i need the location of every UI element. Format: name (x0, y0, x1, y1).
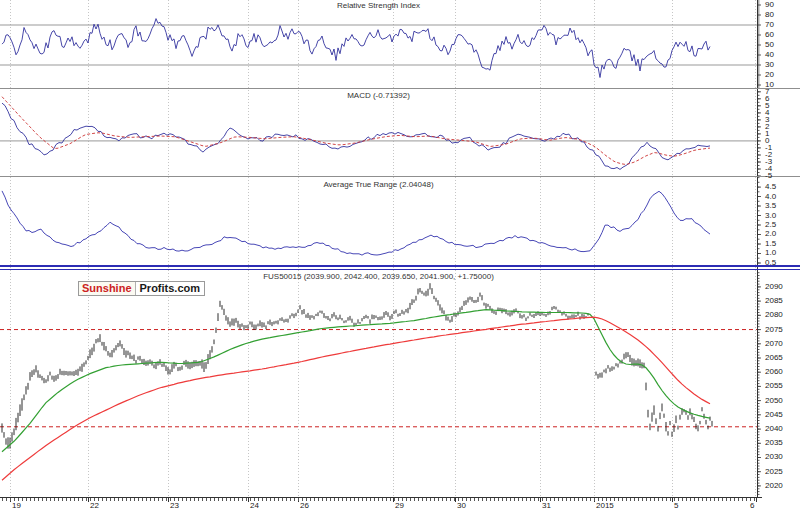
x-tick-label: 2015 (596, 502, 614, 510)
price-panel-title: FUS50015 (2039.900, 2042.400, 2039.650, … (0, 272, 757, 281)
y-tick-label: 4.0 (765, 193, 776, 201)
y-tick-label: 40 (765, 51, 774, 59)
y-tick-label: 2085 (765, 297, 783, 305)
y-tick-label: 2045 (765, 411, 783, 419)
y-tick-label: 2050 (765, 397, 783, 405)
x-tick-label: 26 (300, 502, 309, 510)
y-tick-label: 30 (765, 61, 774, 69)
y-tick-label: 2030 (765, 453, 783, 461)
y-tick-label: 1.5 (765, 240, 776, 248)
y-tick-label: 2065 (765, 354, 783, 362)
x-tick-label: 30 (457, 502, 466, 510)
panel-separator (0, 176, 800, 177)
x-axis-minor-ticks (2, 498, 758, 501)
chart-root: Relative Strength Index MACD (-0.71392) … (0, 0, 800, 512)
y-tick-label: 1.0 (765, 249, 776, 257)
panel-separator (0, 88, 800, 89)
y-tick-label: 50 (765, 41, 774, 49)
y-tick-label: 90 (765, 1, 774, 9)
y-tick-label: 2035 (765, 439, 783, 447)
macd-panel-title: MACD (-0.71392) (0, 91, 757, 100)
x-tick-label: 31 (542, 502, 551, 510)
y-tick-label: 2070 (765, 340, 783, 348)
y-tick-label: 20 (765, 71, 774, 79)
atr-panel-title: Average True Range (2.04048) (0, 180, 757, 189)
y-tick-label: 2055 (765, 382, 783, 390)
y-tick-label: 2090 (765, 283, 783, 291)
y-tick-label: 2025 (765, 468, 783, 476)
y-tick-label: 2.5 (765, 221, 776, 229)
x-tick-label: 5 (674, 502, 678, 510)
sunshineprofits-logo: Sunshine Profits.com (78, 281, 205, 296)
panel-separator-blue (0, 265, 800, 267)
chart-canvas (0, 0, 800, 512)
y-tick-label: 2040 (765, 425, 783, 433)
x-tick-label: 23 (170, 502, 179, 510)
x-tick-label: 19 (12, 502, 21, 510)
y-tick-label: 60 (765, 31, 774, 39)
x-tick-label: 24 (250, 502, 259, 510)
y-tick-label: 2060 (765, 368, 783, 376)
y-tick-label: -5 (765, 172, 772, 180)
x-tick-label: 22 (90, 502, 99, 510)
y-tick-label: 2020 (765, 482, 783, 490)
y-tick-label: 2080 (765, 311, 783, 319)
y-tick-label: 2075 (765, 326, 783, 334)
y-tick-label: 2.0 (765, 230, 776, 238)
y-tick-label: 80 (765, 11, 774, 19)
x-tick-label: 29 (395, 502, 404, 510)
logo-brand-right: Profits.com (136, 282, 205, 295)
x-tick-label: 6 (750, 502, 754, 510)
y-tick-label: 70 (765, 21, 774, 29)
y-tick-label: 3.0 (765, 212, 776, 220)
rsi-panel-title: Relative Strength Index (0, 1, 757, 10)
y-tick-label: 4.5 (765, 183, 776, 191)
y-tick-label: 0.5 (765, 259, 776, 267)
panel-separator-blue (0, 269, 800, 270)
y-tick-label: 3.5 (765, 202, 776, 210)
logo-brand-left: Sunshine (79, 282, 136, 295)
